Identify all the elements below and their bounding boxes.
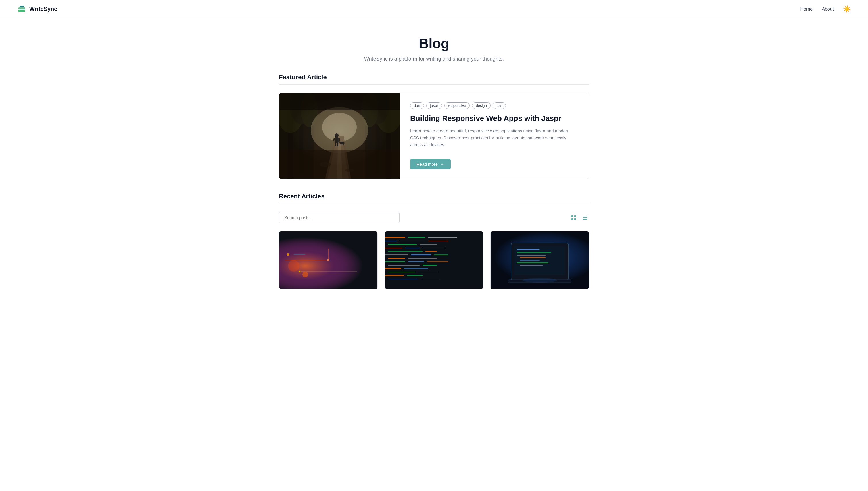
svg-point-55	[288, 260, 299, 271]
list-icon	[582, 215, 588, 221]
svg-rect-0	[19, 10, 25, 12]
svg-rect-41	[574, 215, 576, 217]
featured-info: dart jaspr responsive design css Buildin…	[400, 93, 589, 179]
nav-home[interactable]: Home	[801, 7, 813, 12]
tag-dart: dart	[410, 102, 424, 109]
tag-design: design	[472, 102, 490, 109]
card-2-image-svg	[385, 231, 483, 289]
card-1-image-svg	[279, 231, 377, 289]
hero-section: Blog WriteSync is a platform for writing…	[0, 18, 868, 74]
svg-rect-45	[583, 217, 588, 218]
logo-text: WriteSync	[29, 6, 57, 12]
read-more-arrow: →	[440, 162, 444, 167]
svg-rect-99	[520, 260, 540, 261]
grid-view-button[interactable]	[570, 213, 578, 222]
svg-point-51	[327, 259, 329, 261]
svg-point-57	[287, 253, 290, 256]
card-3-image-svg	[491, 231, 589, 289]
navbar: WriteSync Home About ☀️	[0, 0, 868, 18]
svg-rect-2	[20, 6, 24, 7]
read-more-label: Read more	[416, 162, 438, 167]
svg-rect-38	[279, 150, 400, 179]
svg-rect-1	[19, 7, 25, 9]
search-box	[279, 212, 400, 223]
tag-jaspr: jaspr	[426, 102, 442, 109]
main-content: Featured Article	[267, 74, 601, 307]
article-card-image-2	[385, 231, 483, 289]
nav-about[interactable]: About	[822, 7, 834, 12]
recent-section: Recent Articles	[279, 193, 589, 289]
grid-icon	[571, 215, 576, 221]
svg-point-56	[302, 271, 308, 278]
svg-rect-39	[279, 93, 400, 110]
tag-css: css	[493, 102, 506, 109]
svg-rect-40	[571, 215, 573, 217]
tag-responsive: responsive	[444, 102, 470, 109]
search-input[interactable]	[279, 212, 400, 223]
article-card-image-3	[491, 231, 589, 289]
nav-links: Home About ☀️	[801, 6, 851, 12]
search-and-view-bar	[279, 212, 589, 223]
svg-rect-42	[571, 218, 573, 220]
article-card-3[interactable]	[490, 231, 589, 289]
svg-rect-97	[517, 255, 545, 256]
article-card-1[interactable]	[279, 231, 378, 289]
logo-icon	[17, 5, 26, 14]
featured-article-title: Building Responsive Web Apps with Jaspr	[410, 113, 578, 123]
theme-toggle-button[interactable]: ☀️	[843, 6, 851, 12]
featured-tags: dart jaspr responsive design css	[410, 102, 578, 109]
list-view-button[interactable]	[581, 213, 589, 222]
svg-rect-46	[583, 219, 588, 220]
svg-rect-96	[517, 252, 551, 253]
featured-image	[279, 93, 400, 179]
logo[interactable]: WriteSync	[17, 5, 57, 14]
hero-subtitle: WriteSync is a platform for writing and …	[6, 56, 862, 62]
featured-card: dart jaspr responsive design css Buildin…	[279, 93, 589, 179]
svg-rect-101	[520, 265, 543, 266]
svg-rect-95	[517, 249, 540, 250]
featured-article-excerpt: Learn how to create beautiful, responsiv…	[410, 127, 578, 150]
view-controls	[570, 213, 589, 222]
svg-point-53	[299, 271, 300, 272]
article-card-image-1	[279, 231, 377, 289]
featured-section: Featured Article	[279, 74, 589, 179]
read-more-button[interactable]: Read more →	[410, 159, 451, 169]
svg-point-103	[522, 278, 557, 283]
article-card-2[interactable]	[385, 231, 483, 289]
svg-rect-90	[385, 231, 483, 289]
svg-rect-98	[520, 257, 545, 258]
articles-grid	[279, 231, 589, 289]
page-title: Blog	[6, 36, 862, 51]
recent-section-header: Recent Articles	[279, 193, 589, 204]
svg-rect-44	[583, 215, 588, 216]
featured-section-header: Featured Article	[279, 74, 589, 85]
svg-rect-100	[517, 262, 548, 263]
featured-image-svg	[279, 93, 400, 179]
svg-rect-43	[574, 218, 576, 220]
